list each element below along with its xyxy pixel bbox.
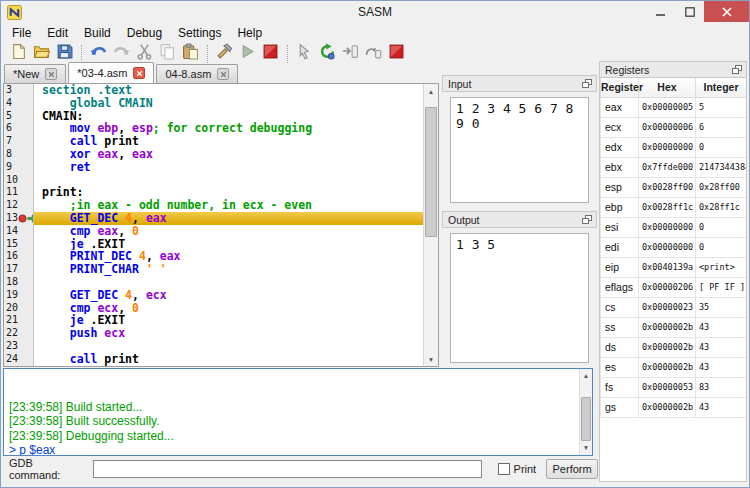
new-file-button[interactable] bbox=[7, 43, 30, 65]
menu-file[interactable]: File bbox=[4, 24, 39, 42]
gdb-command-input[interactable] bbox=[93, 460, 482, 478]
tab-new[interactable]: *New bbox=[4, 64, 66, 83]
code-editor[interactable]: 3section .text4 global CMAIN5CMAIN:6 mov… bbox=[3, 83, 439, 367]
register-row-edi[interactable]: edi0x000000000 bbox=[601, 237, 747, 257]
code-line-10[interactable]: 10 bbox=[4, 174, 423, 187]
register-row-ss[interactable]: ss0x0000002b43 bbox=[601, 317, 747, 337]
step-over-button[interactable] bbox=[362, 43, 385, 65]
code-line-20[interactable]: 20 cmp ecx, 0 bbox=[4, 302, 423, 315]
line-number-gutter[interactable]: 19 bbox=[4, 289, 34, 302]
line-number-gutter[interactable]: 18 bbox=[4, 276, 34, 289]
code-line-11[interactable]: 11print: bbox=[4, 186, 423, 199]
code-line-23[interactable]: 23 bbox=[4, 340, 423, 353]
scroll-up-arrow[interactable]: ▲ bbox=[424, 84, 438, 98]
register-row-fs[interactable]: fs0x0000005383 bbox=[601, 377, 747, 397]
line-number-gutter[interactable]: 14 bbox=[4, 225, 34, 238]
code-line-14[interactable]: 14 cmp eax, 0 bbox=[4, 225, 423, 238]
line-number-gutter[interactable]: 20 bbox=[4, 302, 34, 315]
restart-debug-button[interactable] bbox=[316, 43, 339, 65]
menu-help[interactable]: Help bbox=[229, 24, 270, 42]
line-number-gutter[interactable]: 23 bbox=[4, 340, 34, 353]
register-row-esi[interactable]: esi0x000000000 bbox=[601, 217, 747, 237]
register-row-ebp[interactable]: ebp0x0028ff1c0x28ff1c bbox=[601, 197, 747, 217]
line-number-gutter[interactable]: 22 bbox=[4, 327, 34, 340]
menu-debug[interactable]: Debug bbox=[119, 24, 170, 42]
close-button[interactable] bbox=[704, 1, 749, 22]
line-number-gutter[interactable]: 24 bbox=[4, 353, 34, 366]
debug-run-button[interactable] bbox=[293, 43, 316, 65]
tab-close-icon[interactable] bbox=[217, 68, 229, 80]
line-number-gutter[interactable]: 3 bbox=[4, 84, 34, 97]
float-panel-icon[interactable] bbox=[581, 78, 593, 89]
line-number-gutter[interactable]: 11 bbox=[4, 186, 34, 199]
code-line-5[interactable]: 5CMAIN: bbox=[4, 110, 423, 123]
register-row-ecx[interactable]: ecx0x000000066 bbox=[601, 117, 747, 137]
register-row-gs[interactable]: gs0x0000002b43 bbox=[601, 397, 747, 417]
line-number-gutter[interactable]: 21 bbox=[4, 314, 34, 327]
build-button[interactable] bbox=[213, 43, 236, 65]
code-line-8[interactable]: 8 xor eax, eax bbox=[4, 148, 423, 161]
line-number-gutter[interactable]: 12 bbox=[4, 199, 34, 212]
code-line-19[interactable]: 19 GET_DEC 4, ecx bbox=[4, 289, 423, 302]
code-line-18[interactable]: 18 bbox=[4, 276, 423, 289]
float-panel-icon[interactable] bbox=[581, 214, 593, 225]
line-number-gutter[interactable]: 17 bbox=[4, 263, 34, 276]
code-line-22[interactable]: 22 push ecx bbox=[4, 327, 423, 340]
log-scrollbar-thumb[interactable] bbox=[581, 397, 591, 441]
open-folder-button[interactable] bbox=[30, 43, 53, 65]
line-number-gutter[interactable]: 4 bbox=[4, 97, 34, 110]
code-line-21[interactable]: 21 je .EXIT bbox=[4, 314, 423, 327]
menu-settings[interactable]: Settings bbox=[170, 24, 229, 42]
code-line-7[interactable]: 7 call print bbox=[4, 135, 423, 148]
register-row-eflags[interactable]: eflags0x00000206[ PF IF ] bbox=[601, 277, 747, 297]
tab-04-8-asm[interactable]: 04-8.asm bbox=[156, 64, 238, 83]
tab-close-icon[interactable] bbox=[45, 68, 57, 80]
register-row-cs[interactable]: cs0x0000002335 bbox=[601, 297, 747, 317]
paste-button[interactable] bbox=[179, 43, 202, 65]
perform-button[interactable]: Perform bbox=[546, 459, 598, 479]
line-number-gutter[interactable]: 7 bbox=[4, 135, 34, 148]
step-into-button[interactable] bbox=[339, 43, 362, 65]
register-row-ds[interactable]: ds0x0000002b43 bbox=[601, 337, 747, 357]
code-line-16[interactable]: 16 PRINT_DEC 4, eax bbox=[4, 250, 423, 263]
line-number-gutter[interactable]: 9 bbox=[4, 161, 34, 174]
line-number-gutter[interactable]: 16 bbox=[4, 250, 34, 263]
code-line-9[interactable]: 9 ret bbox=[4, 161, 423, 174]
scroll-down-arrow[interactable]: ▼ bbox=[424, 352, 438, 366]
register-row-ebx[interactable]: ebx0x7ffde0002147344384 bbox=[601, 157, 747, 177]
menu-build[interactable]: Build bbox=[76, 24, 119, 42]
scroll-up-arrow[interactable]: ▲ bbox=[580, 369, 592, 383]
editor-vertical-scrollbar[interactable]: ▲ ▼ bbox=[423, 84, 438, 366]
code-line-4[interactable]: 4 global CMAIN bbox=[4, 97, 423, 110]
tab-03-4-asm[interactable]: *03-4.asm bbox=[68, 62, 154, 83]
menu-edit[interactable]: Edit bbox=[39, 24, 76, 42]
print-checkbox[interactable] bbox=[498, 463, 510, 475]
line-number-gutter[interactable]: 15 bbox=[4, 238, 34, 251]
stop-button[interactable] bbox=[259, 43, 282, 65]
register-row-esp[interactable]: esp0x0028ff000x28ff00 bbox=[601, 177, 747, 197]
line-number-gutter[interactable]: 13 bbox=[4, 212, 34, 225]
line-number-gutter[interactable]: 6 bbox=[4, 122, 34, 135]
editor-scrollbar-thumb[interactable] bbox=[425, 107, 437, 237]
register-row-edx[interactable]: edx0x000000000 bbox=[601, 137, 747, 157]
breakpoint-icon[interactable] bbox=[18, 214, 27, 223]
copy-button[interactable] bbox=[156, 43, 179, 65]
float-panel-icon[interactable] bbox=[731, 64, 743, 75]
register-row-eax[interactable]: eax0x000000055 bbox=[601, 97, 747, 117]
code-line-6[interactable]: 6 mov ebp, esp; for correct debugging bbox=[4, 122, 423, 135]
code-line-3[interactable]: 3section .text bbox=[4, 84, 423, 97]
log-vertical-scrollbar[interactable]: ▲ ▼ bbox=[579, 369, 592, 455]
maximize-button[interactable] bbox=[675, 1, 704, 22]
output-textarea[interactable]: 1 3 5 bbox=[450, 233, 589, 363]
register-row-eip[interactable]: eip0x0040139a<print> bbox=[601, 257, 747, 277]
tab-close-icon[interactable] bbox=[133, 67, 145, 79]
code-line-12[interactable]: 12 ;in eax - odd number, in ecx - even bbox=[4, 199, 423, 212]
line-number-gutter[interactable]: 10 bbox=[4, 174, 34, 187]
code-line-15[interactable]: 15 je .EXIT bbox=[4, 238, 423, 251]
input-textarea[interactable]: 1 2 3 4 5 6 7 8 9 0 bbox=[450, 97, 589, 203]
run-button[interactable] bbox=[236, 43, 259, 65]
register-row-es[interactable]: es0x0000002b43 bbox=[601, 357, 747, 377]
code-line-24[interactable]: 24 call print bbox=[4, 353, 423, 366]
line-number-gutter[interactable]: 8 bbox=[4, 148, 34, 161]
code-line-17[interactable]: 17 PRINT_CHAR ' ' bbox=[4, 263, 423, 276]
